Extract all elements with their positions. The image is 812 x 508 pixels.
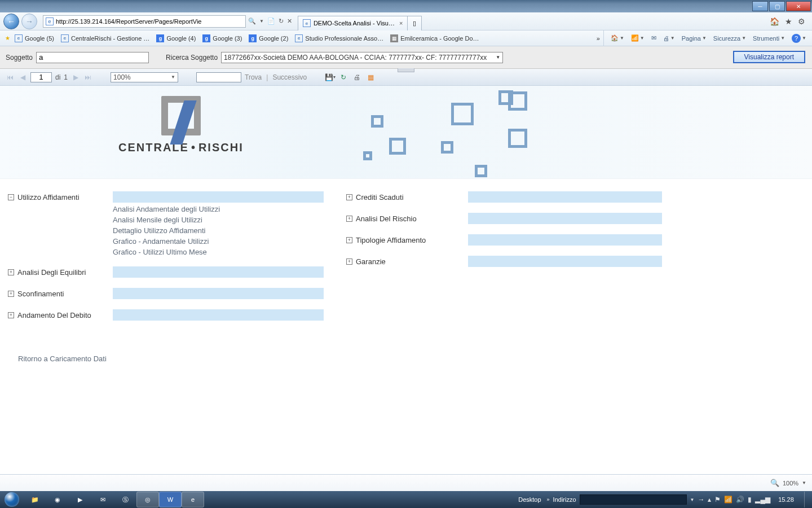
clock[interactable]: 15.28	[774, 496, 798, 503]
deco-square-icon	[475, 165, 487, 177]
taskbar-word-icon[interactable]: W	[159, 492, 182, 507]
start-button[interactable]	[0, 491, 24, 508]
first-page-button[interactable]: ⏮	[6, 73, 15, 81]
refresh-report-icon[interactable]: ↻	[338, 72, 348, 82]
atom-feed-icon[interactable]: ▦	[365, 72, 376, 82]
desktop-toolbar-label[interactable]: Desktop	[518, 496, 541, 503]
favorite-google-2[interactable]: gGoogle (2)	[245, 32, 292, 45]
expand-toggle[interactable]: +	[346, 259, 352, 265]
favorites-star-icon[interactable]: ★	[3, 34, 11, 42]
taskbar-address-input[interactable]	[580, 494, 687, 505]
favorite-centralerischi[interactable]: eCentraleRischi - Gestione …	[58, 32, 153, 45]
minimize-button[interactable]: ─	[752, 1, 768, 11]
separator: |	[266, 73, 268, 81]
favorites-top-icon[interactable]: ★	[785, 17, 792, 26]
find-next-link[interactable]: Successivo	[272, 73, 307, 81]
expand-toggle[interactable]: +	[346, 194, 352, 200]
visualizza-report-button[interactable]: Visualizza report	[733, 51, 806, 63]
expand-toggle[interactable]: +	[8, 312, 14, 318]
taskbar-chrome-icon[interactable]: ◉	[46, 492, 69, 507]
logo-shape	[161, 96, 201, 135]
find-link[interactable]: Trova	[245, 73, 262, 81]
signal-icon[interactable]: ▂▄▆	[755, 496, 770, 503]
new-tab-button[interactable]: ▯	[407, 16, 422, 30]
link-analisi-mensile[interactable]: Analisi Mensile degli Utilizzi	[113, 216, 324, 224]
tab-close-icon[interactable]: ×	[399, 20, 403, 27]
address-dropdown-icon[interactable]: ▼	[690, 497, 695, 502]
collapse-toggle[interactable]: −	[8, 194, 14, 200]
volume-icon[interactable]: 🔊	[736, 496, 744, 503]
cmd-strumenti[interactable]: Strumenti▼	[751, 32, 787, 45]
favorite-studio-prof[interactable]: eStudio Professionale Asso…	[292, 32, 387, 45]
prev-page-button[interactable]: ◀	[18, 73, 27, 81]
find-input[interactable]	[196, 72, 241, 82]
taskbar-ie-icon[interactable]: e	[182, 492, 204, 507]
cmd-pagina[interactable]: Pagina▼	[679, 32, 709, 45]
taskbar-explorer-icon[interactable]: 📁	[24, 492, 46, 507]
params-collapse-handle[interactable]	[398, 68, 414, 72]
compat-icon[interactable]: 📄	[267, 17, 275, 25]
forward-button[interactable]: →	[21, 14, 37, 29]
cmd-home[interactable]: 🏠▼	[608, 32, 626, 45]
back-button[interactable]: ←	[3, 14, 19, 29]
fav-label: CentraleRischi - Gestione …	[71, 35, 149, 42]
export-icon[interactable]: 💾▾	[325, 72, 335, 82]
expand-toggle[interactable]: +	[346, 237, 352, 243]
soggetto-input[interactable]	[36, 52, 149, 63]
favorite-google-3[interactable]: gGoogle (3)	[199, 32, 245, 45]
favorite-google-4[interactable]: gGoogle (4)	[153, 32, 199, 45]
cmd-feeds[interactable]: 📶▼	[629, 32, 647, 45]
group-garanzie: + Garanzie	[346, 256, 662, 267]
favorites-overflow-icon[interactable]: »	[597, 35, 600, 42]
link-grafico-ultimo-mese[interactable]: Grafico - Utilizzi Ultimo Mese	[113, 248, 324, 256]
maximize-button[interactable]: ▢	[769, 1, 785, 11]
chevron-icon[interactable]: »	[547, 497, 550, 502]
home-top-icon[interactable]: 🏠	[770, 17, 779, 26]
cmd-print[interactable]: 🖨▼	[661, 32, 677, 45]
taskbar-outlook-icon[interactable]: ✉	[91, 492, 114, 507]
network-icon[interactable]: 📶	[724, 496, 732, 503]
expand-toggle[interactable]: +	[8, 269, 14, 275]
zoom-select[interactable]: 100%▼	[111, 72, 178, 82]
address-bar[interactable]: e http://25.139.214.164/ReportServer/Pag…	[43, 15, 246, 28]
expand-toggle[interactable]: +	[8, 291, 14, 297]
close-button[interactable]: ✕	[786, 1, 811, 11]
ricerca-soggetto-select[interactable]: 18772667xx-Società DEMO AAA-BOLOGNA - CC…	[221, 52, 503, 63]
flag-icon[interactable]: ⚑	[714, 496, 721, 503]
taskbar-media-icon[interactable]: ▶	[69, 492, 91, 507]
dropdown-icon: ▼	[670, 36, 675, 41]
next-page-button[interactable]: ▶	[71, 73, 80, 81]
favorite-google-5[interactable]: eGoogle (5)	[11, 32, 58, 45]
link-analisi-andamentale[interactable]: Analisi Andamentale degli Utilizzi	[113, 205, 324, 213]
link-dettaglio-utilizzo[interactable]: Dettaglio Utilizzo Affidamenti	[113, 226, 324, 235]
taskbar-skype-icon[interactable]: Ⓢ	[114, 492, 136, 507]
tray-expand-icon[interactable]: ▴	[708, 496, 711, 503]
cmd-label: Strumenti	[753, 35, 779, 42]
show-desktop-button[interactable]	[804, 492, 810, 507]
group-value-bar	[468, 234, 662, 246]
cmd-sicurezza[interactable]: Sicurezza▼	[711, 32, 748, 45]
cmd-help[interactable]: ?▼	[789, 32, 809, 45]
group-label: Garanzie	[356, 257, 386, 266]
address-go-icon[interactable]: →	[698, 496, 704, 503]
favorite-emilceramica[interactable]: ▦Emilceramica - Google Do…	[387, 32, 482, 45]
stop-icon[interactable]: ✕	[287, 17, 292, 25]
group-analisi-rischio: + Analisi Del Rischio	[346, 213, 662, 224]
addr-dropdown-icon[interactable]: ▼	[259, 19, 264, 24]
page-number-input[interactable]	[30, 72, 52, 82]
last-page-button[interactable]: ⏭	[83, 73, 92, 81]
cmd-read-mail[interactable]: ✉	[649, 32, 659, 45]
browser-status-bar: 🔍 100% ▼	[0, 474, 812, 491]
refresh-icon[interactable]: ↻	[279, 17, 284, 25]
print-report-icon[interactable]: 🖨	[352, 72, 362, 82]
taskbar-app1-icon[interactable]: ◎	[136, 492, 159, 507]
zoom-dropdown-icon[interactable]: ▼	[802, 480, 806, 485]
link-grafico-andamentale[interactable]: Grafico - Andamentale Utilizzi	[113, 237, 324, 246]
search-icon[interactable]: 🔍	[248, 17, 256, 25]
tools-top-icon[interactable]: ⚙	[798, 17, 805, 26]
expand-toggle[interactable]: +	[346, 216, 352, 222]
return-link[interactable]: Ritorno a Caricamento Dati	[8, 354, 324, 363]
tab-demo-scelta[interactable]: e DEMO-Scelta Analisi - Visu… ×	[298, 16, 408, 30]
battery-icon[interactable]: ▮	[748, 496, 752, 503]
zoom-icon[interactable]: 🔍	[770, 479, 779, 487]
